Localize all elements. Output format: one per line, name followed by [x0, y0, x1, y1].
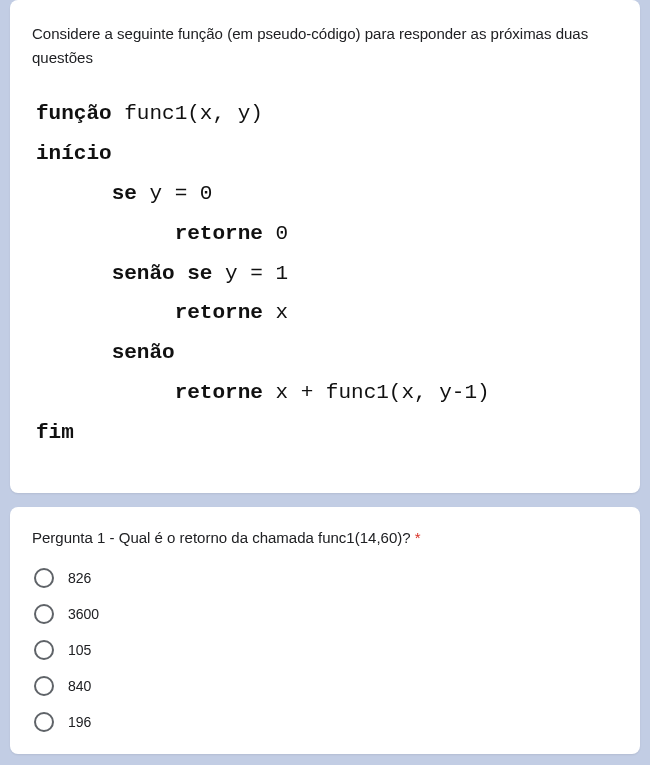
code-l3-rest: y = 0: [137, 182, 213, 205]
option-row[interactable]: 826: [34, 568, 618, 588]
radio-icon: [34, 712, 54, 732]
code-l8-rest: x + func1(x, y-1): [263, 381, 490, 404]
code-l6-rest: x: [263, 301, 288, 324]
option-label: 826: [68, 570, 91, 586]
code-kw-retorne1: retorne: [175, 222, 263, 245]
option-row[interactable]: 196: [34, 712, 618, 732]
option-row[interactable]: 840: [34, 676, 618, 696]
pseudocode-block: função func1(x, y) início se y = 0 retor…: [32, 88, 618, 471]
options-list: 826 3600 105 840 196: [34, 568, 618, 732]
code-kw-retorne3: retorne: [175, 381, 263, 404]
option-label: 105: [68, 642, 91, 658]
radio-icon: [34, 604, 54, 624]
code-kw-senaose: senão se: [112, 262, 213, 285]
code-l5-rest: y = 1: [212, 262, 288, 285]
radio-icon: [34, 640, 54, 660]
radio-icon: [34, 568, 54, 588]
code-kw-fim: fim: [36, 421, 74, 444]
radio-icon: [34, 676, 54, 696]
question-text: Pergunta 1 - Qual é o retorno da chamada…: [32, 529, 618, 546]
code-l4-rest: 0: [263, 222, 288, 245]
code-kw-inicio: início: [36, 142, 112, 165]
option-row[interactable]: 105: [34, 640, 618, 660]
code-kw-retorne2: retorne: [175, 301, 263, 324]
intro-card: Considere a seguinte função (em pseudo-c…: [10, 0, 640, 493]
question-prompt: Pergunta 1 - Qual é o retorno da chamada…: [32, 529, 415, 546]
code-l1-rest: func1(x, y): [112, 102, 263, 125]
code-kw-senao: senão: [112, 341, 175, 364]
option-label: 3600: [68, 606, 99, 622]
option-row[interactable]: 3600: [34, 604, 618, 624]
option-label: 840: [68, 678, 91, 694]
required-asterisk: *: [415, 529, 421, 546]
intro-text: Considere a seguinte função (em pseudo-c…: [32, 22, 618, 70]
question-card: Pergunta 1 - Qual é o retorno da chamada…: [10, 507, 640, 754]
option-label: 196: [68, 714, 91, 730]
code-kw-se: se: [112, 182, 137, 205]
code-kw-funcao: função: [36, 102, 112, 125]
